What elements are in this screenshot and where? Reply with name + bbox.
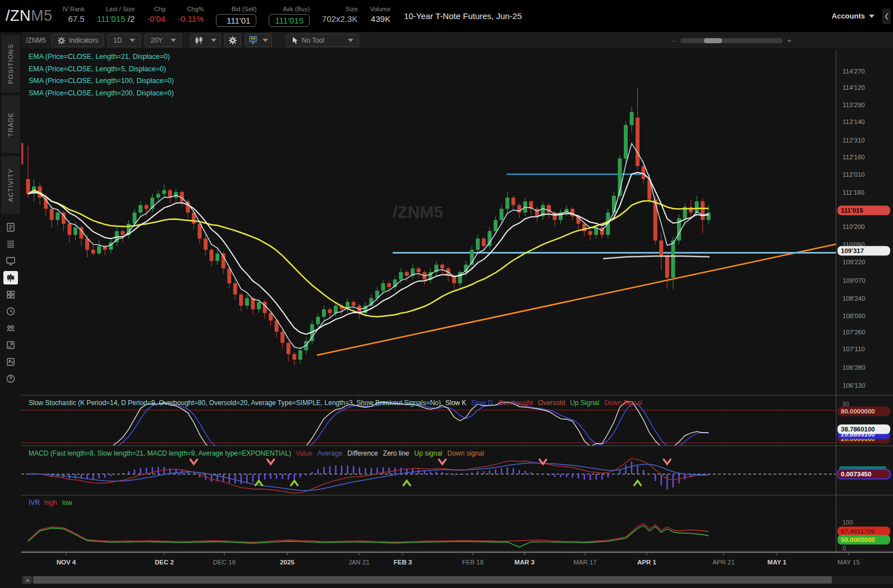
zoom-slider[interactable] <box>680 38 782 43</box>
chevron-down-icon <box>171 39 176 42</box>
sidebar-tab-positions[interactable]: POSITIONS <box>1 35 20 93</box>
svg-text:MAR 17: MAR 17 <box>573 559 597 566</box>
chevron-down-icon <box>211 39 217 42</box>
candlestick-chart-icon <box>194 36 206 45</box>
header-field-ask-buy-[interactable]: Ask (Buy)111'015 <box>269 6 310 27</box>
svg-text:113'290: 113'290 <box>843 102 865 108</box>
header-field-size: Size702x2.3K <box>322 6 357 27</box>
symbol: /ZNM5 <box>6 7 53 25</box>
zoom-out-button[interactable]: - <box>669 36 678 45</box>
statement-icon[interactable] <box>3 220 18 234</box>
svg-text:112'010: 112'010 <box>843 171 865 178</box>
grid-icon[interactable] <box>3 288 18 301</box>
sidebar-icons <box>3 220 18 389</box>
horizontal-scrollbar[interactable]: ◂ <box>21 576 893 584</box>
help-icon[interactable] <box>3 372 18 385</box>
svg-text:67.4911700: 67.4911700 <box>841 528 874 535</box>
study-label[interactable]: EMA (Price=CLOSE, Length=5, Displace=0) <box>29 63 174 76</box>
field-value: 67.5 <box>68 14 84 24</box>
chart-canvas[interactable]: /ZNM5114'270114'120113'290113'140112'310… <box>21 49 893 588</box>
tool-label: No Tool <box>302 36 324 44</box>
history-icon[interactable] <box>3 305 18 318</box>
svg-text:113'140: 113'140 <box>843 118 865 125</box>
svg-text:110'200: 110'200 <box>843 223 865 230</box>
sidebar: POSITIONSTRADEACTIVITY <box>0 32 21 588</box>
sidebar-tab-activity[interactable]: ACTIVITY <box>1 156 20 214</box>
sidebar-tab-label: TRADE <box>7 112 14 137</box>
field-value: 702x2.3K <box>322 14 357 24</box>
svg-text:106'130: 106'130 <box>843 382 866 389</box>
toolbar-symbol: /ZNM5 <box>26 36 46 44</box>
svg-text:DEC 2: DEC 2 <box>155 559 174 566</box>
chart-toolbar: /ZNM5 Indicators 1D 20Y <box>21 32 893 49</box>
chevron-down-icon <box>130 39 135 42</box>
scrollbar-thumb <box>33 576 832 584</box>
svg-text:108'240: 108'240 <box>843 295 866 302</box>
field-label: Last / Size <box>106 6 135 14</box>
header-field-iv-rank: IV Rank67.5 <box>63 6 85 27</box>
chart-settings-button[interactable] <box>224 34 241 47</box>
study-label[interactable]: EMA (Price=CLOSE, Length=21, Displace=0) <box>29 51 174 63</box>
svg-text:FEB 3: FEB 3 <box>394 559 412 566</box>
svg-text:109'317: 109'317 <box>841 247 864 254</box>
field-label: Chg <box>154 6 165 14</box>
svg-text:MAY 15: MAY 15 <box>837 559 860 566</box>
svg-text:106'280: 106'280 <box>843 364 866 371</box>
calendar-icon[interactable] <box>3 338 18 352</box>
header-field-chg: Chg-0'04 <box>147 6 165 27</box>
svg-text:JAN 21: JAN 21 <box>348 559 370 566</box>
grid-layout-dropdown[interactable] <box>245 34 272 47</box>
svg-text:0: 0 <box>843 545 846 552</box>
svg-text:112'160: 112'160 <box>843 154 865 160</box>
chevron-down-icon <box>869 15 874 18</box>
header-fields: IV Rank67.5Last / Size111'015 /2Chg-0'04… <box>63 6 403 27</box>
timeframe-value: 1D <box>113 36 122 44</box>
svg-text:111'015: 111'015 <box>841 207 863 214</box>
tool-dropdown[interactable]: No Tool <box>286 34 359 47</box>
svg-text:NOV 4: NOV 4 <box>57 559 76 566</box>
svg-text:DEC 16: DEC 16 <box>213 559 236 566</box>
symbol-root: /ZN <box>6 7 31 24</box>
chart-area: /ZNM5114'270114'120113'290113'140112'310… <box>21 49 893 588</box>
chart-type-dropdown[interactable] <box>190 34 220 47</box>
range-dropdown[interactable]: 20Y <box>145 34 181 47</box>
flexible-grid-icon <box>249 36 259 45</box>
fx-icon[interactable] <box>3 355 18 369</box>
svg-text:109'070: 109'070 <box>843 277 866 284</box>
trading-app: /ZNM5 IV Rank67.5Last / Size111'015 /2Ch… <box>0 0 893 588</box>
svg-text:MAY 1: MAY 1 <box>767 559 786 566</box>
zoom-slider-thumb[interactable] <box>704 38 722 43</box>
svg-text:111'180: 111'180 <box>843 189 864 196</box>
svg-text:100: 100 <box>843 519 853 526</box>
indicators-burst-icon <box>57 36 66 45</box>
sidebar-tab-trade[interactable]: TRADE <box>1 95 20 153</box>
upper-studies-labels: EMA (Price=CLOSE, Length=21, Displace=0)… <box>29 51 174 99</box>
header-field-bid-sell-[interactable]: Bid (Sell)111'01 <box>216 6 256 27</box>
accounts-dropdown[interactable]: Accounts <box>832 12 874 20</box>
header-field-chg-: Chg%-0.11% <box>178 6 204 27</box>
svg-text:FEB 18: FEB 18 <box>462 559 484 566</box>
svg-text:107'110: 107'110 <box>843 346 865 352</box>
watchlist-icon[interactable] <box>3 237 18 251</box>
timeframe-dropdown[interactable]: 1D <box>108 34 141 47</box>
study-label[interactable]: SMA (Price=CLOSE, Length=100, Displace=0… <box>29 75 174 88</box>
svg-text:38.7860100: 38.7860100 <box>841 426 875 433</box>
field-value: -0.11% <box>178 14 204 24</box>
study-label[interactable]: SMA (Price=CLOSE, Length=200, Displace=0… <box>29 88 174 100</box>
monitor-icon[interactable] <box>3 254 18 268</box>
svg-text:APR 21: APR 21 <box>712 559 735 566</box>
range-value: 20Y <box>150 36 162 44</box>
chart-icon[interactable] <box>3 271 18 284</box>
indicators-button[interactable]: Indicators <box>52 34 104 47</box>
collapse-panel-button[interactable]: ❮ <box>882 8 891 24</box>
sidebar-tab-label: ACTIVITY <box>7 168 14 202</box>
field-label: IV Rank <box>63 6 85 14</box>
field-value: -0'04 <box>147 14 165 24</box>
zoom-in-button[interactable]: + <box>785 36 794 45</box>
field-label: Ask (Buy) <box>283 6 310 14</box>
svg-text:80: 80 <box>843 401 849 407</box>
header-field-last-size: Last / Size111'015 /2 <box>97 6 135 27</box>
svg-text:0.0073450: 0.0073450 <box>841 471 871 477</box>
sidebar-tabs: POSITIONSTRADEACTIVITY <box>1 32 20 214</box>
people-icon[interactable] <box>3 321 18 335</box>
